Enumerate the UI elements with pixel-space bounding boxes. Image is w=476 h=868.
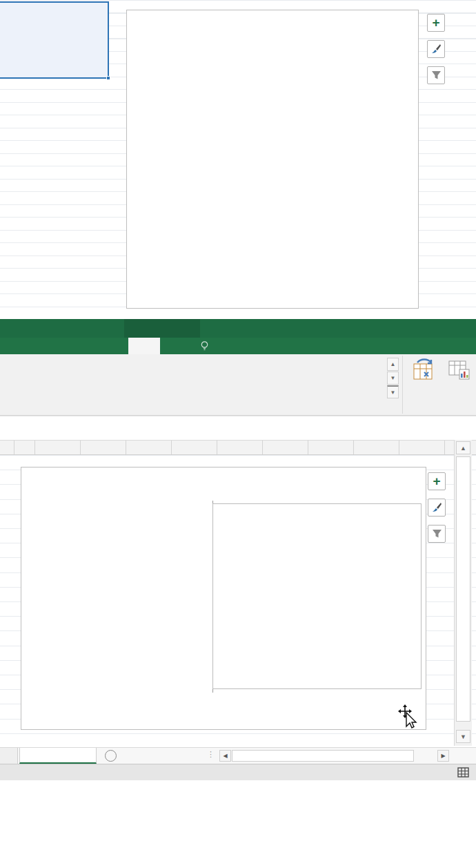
funnel-icon: [432, 529, 442, 539]
gallery-down-arrow[interactable]: ▼: [387, 372, 399, 385]
chart-styles-button[interactable]: [428, 499, 446, 517]
status-bar: [0, 764, 476, 780]
chart-elements-button[interactable]: +: [427, 14, 445, 32]
vertical-scrollbar[interactable]: ▲ ▼: [454, 440, 472, 746]
tab-scroll-dots: ⋮: [207, 750, 215, 759]
sheet-tab-partial[interactable]: [0, 748, 18, 764]
brush-icon: [430, 44, 442, 55]
chart-styles-button[interactable]: [427, 40, 445, 58]
plus-icon: +: [433, 474, 440, 488]
chart-side-buttons: +: [427, 14, 445, 90]
chart-plot-area: [21, 467, 427, 731]
select-data-button[interactable]: [442, 357, 476, 403]
funnel-icon: [431, 70, 442, 80]
legend-female-swatch: [229, 711, 235, 717]
gallery-up-arrow[interactable]: ▲: [387, 358, 399, 371]
switch-row-col-button[interactable]: [406, 357, 440, 403]
scroll-up-arrow[interactable]: ▲: [456, 441, 470, 454]
pyramid-chart[interactable]: [21, 467, 426, 730]
chart-legend: [21, 711, 426, 717]
scroll-down-arrow[interactable]: ▼: [456, 730, 470, 743]
chart-plot-area: [127, 10, 419, 309]
plus-icon: +: [432, 16, 439, 29]
horizontal-scroll-thumb[interactable]: [232, 750, 414, 762]
sheet-tab-bar: ⋮ ◀ ▶: [0, 747, 476, 764]
legend-male-swatch: [209, 711, 215, 717]
chart-side-buttons: +: [428, 472, 446, 548]
new-sheet-button[interactable]: [105, 750, 117, 762]
select-data-icon: [447, 358, 470, 382]
hscroll-right-arrow[interactable]: ▶: [437, 750, 449, 762]
title-bar: [0, 319, 476, 338]
lightbulb-icon: [200, 340, 209, 351]
gallery-more-arrow[interactable]: ▼: [387, 385, 399, 398]
contextual-tab-group: [124, 319, 200, 338]
selected-cell-range[interactable]: [0, 1, 109, 79]
hscroll-left-arrow[interactable]: ◀: [219, 750, 231, 762]
chart-filter-button[interactable]: [427, 66, 445, 84]
fill-handle[interactable]: [106, 76, 110, 80]
chart-elements-button[interactable]: +: [428, 472, 446, 490]
column-headers[interactable]: [0, 440, 476, 455]
move-cursor-icon: [397, 704, 421, 729]
sheet-tab-active[interactable]: [19, 748, 97, 764]
combo-chart[interactable]: [126, 10, 419, 309]
switch-row-col-icon: [411, 358, 435, 382]
brush-icon: [431, 502, 442, 513]
vertical-scroll-thumb[interactable]: [456, 456, 470, 722]
normal-view-icon[interactable]: [457, 767, 469, 778]
ribbon-gallery-row: ▲ ▼ ▼: [0, 354, 476, 416]
ribbon-tab-row: [0, 338, 476, 354]
excel-screenshot: +: [0, 0, 476, 868]
group-separator: [402, 356, 403, 414]
formula-bar-area: [0, 416, 476, 440]
chart-filter-button[interactable]: [428, 525, 446, 543]
tab-design-active[interactable]: [128, 338, 160, 354]
